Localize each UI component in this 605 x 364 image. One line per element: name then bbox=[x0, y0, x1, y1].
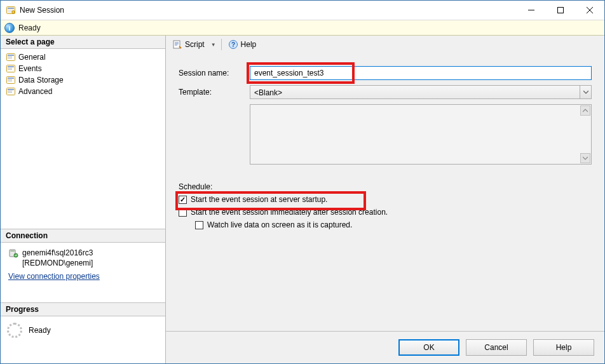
dialog-body: Select a page General Events bbox=[1, 36, 604, 363]
schedule-header: Schedule: bbox=[179, 182, 592, 191]
schedule-area: Schedule: Start the event session at ser… bbox=[166, 176, 604, 233]
view-connection-properties-link[interactable]: View connection properties bbox=[8, 272, 100, 281]
svg-rect-4 bbox=[558, 8, 564, 13]
help-icon: ? bbox=[228, 39, 238, 50]
svg-rect-7 bbox=[8, 57, 12, 57]
page-icon bbox=[6, 64, 16, 74]
cancel-button[interactable]: Cancel bbox=[466, 339, 527, 356]
progress-spinner-icon bbox=[7, 323, 22, 338]
connection-item: genemi4f\sql2016rc3 [REDMOND\genemi] bbox=[3, 245, 163, 268]
template-description-box[interactable] bbox=[250, 104, 592, 165]
connection-user: [REDMOND\genemi] bbox=[22, 258, 93, 268]
page-icon bbox=[6, 86, 16, 97]
progress-group: Ready bbox=[1, 316, 165, 344]
svg-rect-12 bbox=[8, 69, 12, 70]
template-selected-value: <Blank> bbox=[250, 86, 580, 98]
svg-rect-6 bbox=[8, 55, 14, 56]
svg-rect-14 bbox=[8, 78, 14, 79]
page-label: Data Storage bbox=[18, 76, 64, 84]
session-name-input[interactable] bbox=[250, 66, 592, 80]
button-bar: OK Cancel Help bbox=[166, 331, 604, 363]
new-session-dialog: New Session Ready Select a page Gene bbox=[0, 0, 605, 364]
maximize-button[interactable] bbox=[546, 1, 575, 20]
svg-rect-8 bbox=[8, 58, 12, 58]
form-area: Session name: Template: <Blank> bbox=[166, 53, 604, 176]
right-toolbar: Script ▼ ? Help bbox=[166, 36, 604, 53]
connection-group: genemi4f\sql2016rc3 [REDMOND\genemi] Vie… bbox=[1, 243, 165, 302]
template-combo[interactable]: <Blank> bbox=[250, 85, 592, 99]
page-item-events[interactable]: Events bbox=[3, 63, 163, 74]
progress-group-header: Progress bbox=[1, 302, 165, 316]
svg-rect-15 bbox=[8, 79, 12, 80]
script-dropdown-arrow[interactable]: ▼ bbox=[210, 42, 217, 48]
page-list: General Events Data Storage bbox=[1, 49, 165, 104]
toolbar-separator bbox=[221, 39, 222, 50]
page-item-general[interactable]: General bbox=[3, 51, 163, 63]
schedule-startup-checkbox[interactable] bbox=[179, 196, 187, 204]
status-text: Ready bbox=[18, 24, 41, 32]
svg-rect-11 bbox=[8, 68, 12, 69]
template-row: Template: <Blank> bbox=[179, 85, 592, 99]
svg-rect-18 bbox=[8, 89, 14, 90]
status-strip: Ready bbox=[1, 20, 604, 36]
page-label: General bbox=[18, 53, 46, 62]
window-title: New Session bbox=[20, 6, 64, 15]
help-button[interactable]: Help bbox=[533, 339, 594, 356]
template-label: Template: bbox=[179, 88, 250, 97]
session-name-row: Session name: bbox=[179, 66, 592, 80]
schedule-watch-checkbox[interactable] bbox=[195, 221, 203, 229]
help-toolbar-label: Help bbox=[241, 40, 257, 49]
svg-rect-20 bbox=[8, 92, 12, 93]
script-button[interactable]: Script bbox=[170, 38, 207, 51]
svg-text:?: ? bbox=[231, 41, 235, 48]
svg-rect-10 bbox=[8, 66, 14, 67]
schedule-startup-label: Start the event session at server startu… bbox=[191, 195, 327, 204]
page-label: Events bbox=[18, 64, 42, 73]
server-icon bbox=[8, 248, 18, 258]
info-icon bbox=[4, 23, 15, 33]
svg-rect-19 bbox=[8, 91, 12, 91]
page-icon bbox=[6, 75, 16, 85]
description-row bbox=[179, 104, 592, 165]
connection-server: genemi4f\sql2016rc3 bbox=[22, 248, 93, 258]
scroll-down-button[interactable] bbox=[580, 153, 590, 163]
help-toolbar-button[interactable]: ? Help bbox=[226, 38, 259, 51]
titlebar: New Session bbox=[1, 1, 604, 20]
minimize-button[interactable] bbox=[517, 1, 546, 20]
close-button[interactable] bbox=[575, 1, 604, 20]
page-item-advanced[interactable]: Advanced bbox=[3, 86, 163, 97]
page-label: Advanced bbox=[18, 87, 52, 96]
left-pane: Select a page General Events bbox=[1, 36, 166, 363]
svg-rect-16 bbox=[8, 81, 12, 81]
script-label: Script bbox=[185, 40, 205, 49]
ok-button[interactable]: OK bbox=[398, 339, 459, 356]
scroll-up-button[interactable] bbox=[580, 105, 590, 116]
select-page-header: Select a page bbox=[1, 36, 165, 49]
schedule-watch-row: Watch live data on screen as it is captu… bbox=[179, 220, 592, 229]
app-icon bbox=[6, 5, 16, 15]
schedule-watch-label: Watch live data on screen as it is captu… bbox=[207, 220, 352, 229]
chevron-down-icon[interactable] bbox=[580, 86, 591, 98]
connection-group-header: Connection bbox=[1, 229, 165, 243]
svg-rect-22 bbox=[11, 250, 15, 251]
script-icon bbox=[172, 39, 182, 50]
session-name-label: Session name: bbox=[179, 69, 250, 78]
svg-point-3 bbox=[12, 11, 15, 13]
svg-rect-1 bbox=[8, 8, 14, 9]
schedule-startup-row: Start the event session at server startu… bbox=[179, 195, 592, 204]
progress-text: Ready bbox=[29, 326, 51, 335]
page-icon bbox=[6, 52, 16, 62]
svg-rect-24 bbox=[173, 41, 180, 48]
right-pane: Script ▼ ? Help Session name: bbox=[166, 36, 604, 363]
page-item-data-storage[interactable]: Data Storage bbox=[3, 74, 163, 86]
